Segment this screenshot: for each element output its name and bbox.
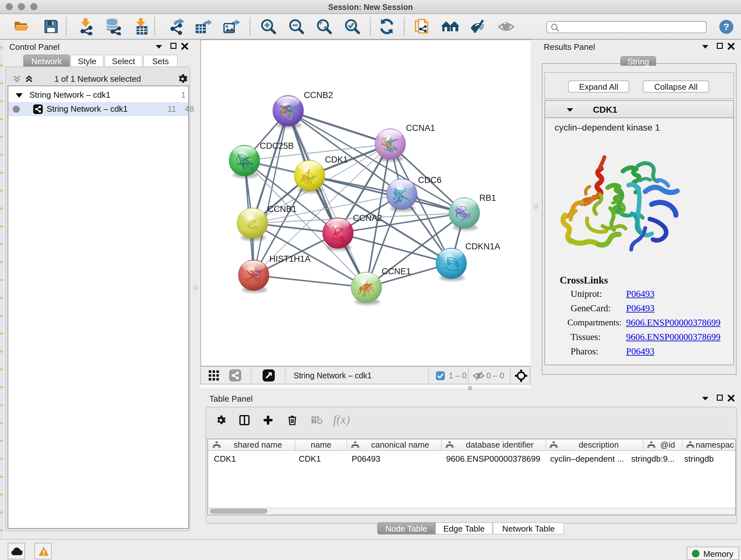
svg-text:CDKN1A: CDKN1A: [465, 242, 500, 251]
svg-text:CDC6: CDC6: [418, 175, 442, 185]
svg-text:CDK1: CDK1: [325, 155, 348, 165]
svg-text:CCNB2: CCNB2: [304, 90, 333, 100]
svg-text:CCNA1: CCNA1: [406, 123, 435, 133]
svg-text:RB1: RB1: [479, 193, 496, 203]
svg-text:CCNE1: CCNE1: [382, 266, 411, 276]
svg-text:CCNA2: CCNA2: [353, 213, 382, 223]
svg-text:HIST1H1A: HIST1H1A: [269, 254, 311, 264]
svg-text:CDC25B: CDC25B: [260, 141, 294, 151]
svg-text:CCNB1: CCNB1: [267, 204, 297, 214]
